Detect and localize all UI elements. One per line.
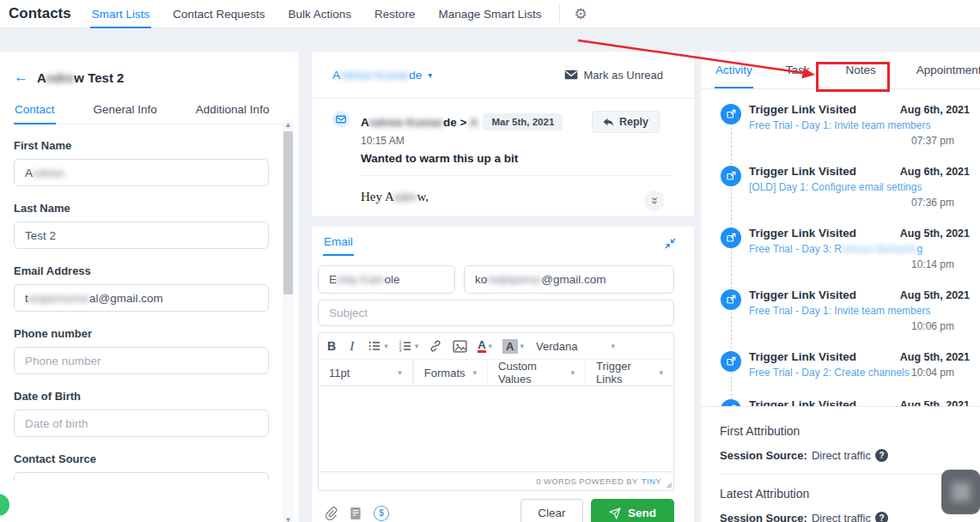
email-field[interactable]: testpersonreal@gmail.com (14, 284, 269, 312)
scroll-up-arrow[interactable]: ▲ (283, 120, 294, 130)
left-panel-scrollbar[interactable]: ▲ ▼ (283, 120, 294, 522)
payment-request-icon[interactable]: $ (374, 506, 389, 521)
activity-time: 07:37 pm (749, 135, 971, 147)
tab-activity[interactable]: Activity (715, 52, 753, 88)
activity-date: Aug 6th, 2021 (900, 104, 971, 116)
insert-link-button[interactable] (429, 339, 442, 353)
contact-detail-panel: ← Andrew Test 2 Contact General Info Add… (0, 52, 299, 522)
chevron-down-icon: ▾ (398, 368, 402, 377)
reply-button[interactable]: Reply (592, 111, 660, 133)
attach-file-icon[interactable] (325, 507, 338, 520)
tab-additional-info[interactable]: Additional Info (195, 98, 271, 124)
activity-item: Trigger Link VisitedAug 5th, 2021 Free T… (701, 350, 980, 398)
send-button[interactable]: Send (591, 499, 674, 522)
collapse-compose-icon[interactable] (664, 237, 677, 250)
trigger-link-icon (721, 104, 741, 124)
activity-list: Trigger Link VisitedAug 6th, 2021 Free T… (701, 89, 980, 407)
chevron-down-icon[interactable]: ▾ (415, 342, 419, 350)
dob-field[interactable] (14, 410, 269, 437)
mark-as-unread-button[interactable]: Mark as Unread (564, 69, 663, 82)
activity-date: Aug 5th, 2021 (900, 289, 971, 301)
email-template-icon[interactable] (350, 507, 362, 520)
custom-values-dropdown[interactable]: Custom Values▾ (488, 360, 586, 385)
font-size-dropdown[interactable]: 11pt▾ (319, 360, 413, 385)
session-source-value: Direct traffic (812, 449, 871, 462)
phone-label: Phone number (14, 327, 270, 340)
activity-time: 10:04 pm (911, 367, 971, 379)
back-arrow-icon[interactable]: ← (14, 69, 28, 86)
help-icon[interactable]: ? (875, 449, 888, 462)
chevron-down-icon[interactable]: ▾ (520, 342, 525, 350)
from-name-field[interactable]: Emily Kamole (318, 265, 455, 294)
italic-button[interactable]: I (350, 339, 354, 354)
collapse-thread-button[interactable] (644, 191, 665, 211)
formats-dropdown[interactable]: Formats▾ (413, 360, 488, 385)
rich-text-editor: B I ▾ 123 ▾ A▾ A▾ Verda (318, 332, 674, 491)
phone-field[interactable] (14, 347, 269, 374)
font-family-dropdown[interactable]: Verdana▾ (536, 340, 615, 353)
contact-selector-dropdown[interactable]: Andrew Kumarde ▾ (332, 69, 432, 82)
chevron-down-icon[interactable]: ▾ (489, 342, 493, 350)
tab-bulk-actions[interactable]: Bulk Actions (287, 0, 354, 27)
email-message-item[interactable]: Andrew Kumarde > A Mar 5th, 2021 Reply 1… (312, 99, 694, 165)
chevron-down-icon: ▾ (659, 368, 663, 377)
tab-notes[interactable]: Notes (845, 52, 877, 88)
from-email-field[interactable]: kontaktperso@gmail.com (464, 265, 674, 294)
first-attribution-heading: First Attribution (720, 424, 980, 438)
clear-button[interactable]: Clear (520, 499, 583, 522)
word-count: 0 WORDS POWERED BY (536, 476, 638, 486)
editor-content-area[interactable] (319, 386, 673, 471)
trigger-link[interactable]: Free Trial - Day 1: Invite team members (749, 119, 971, 131)
gear-icon[interactable]: ⚙ (574, 7, 587, 21)
contact-source-field[interactable] (14, 472, 269, 480)
tab-contact[interactable]: Contact (14, 98, 56, 124)
trigger-link[interactable]: Free Trial - Day 3: Remove distracting (749, 243, 971, 255)
bold-button[interactable]: B (327, 339, 336, 353)
activity-item: Trigger Link VisitedAug 5th, 2021 Free T… (701, 288, 980, 350)
conversation-panel: Andrew Kumarde ▾ Mark as Unread Andrew K… (312, 52, 694, 216)
chevron-down-icon: ▾ (612, 342, 616, 350)
scrollbar-thumb[interactable] (283, 131, 293, 294)
chevron-down-icon[interactable]: ▾ (384, 342, 388, 350)
background-color-button[interactable]: A (502, 339, 517, 354)
tab-general-info[interactable]: General Info (93, 98, 158, 124)
activity-title: Trigger Link Visited (749, 227, 856, 240)
activity-date: Aug 6th, 2021 (900, 166, 971, 178)
tab-email-compose[interactable]: Email (323, 234, 354, 256)
tab-manage-smart-lists[interactable]: Manage Smart Lists (436, 0, 543, 27)
numbered-list-button[interactable]: 123 (399, 339, 412, 353)
trigger-link[interactable]: [OLD] Day 1: Configure email settings (749, 181, 971, 193)
compose-panel: Email Emily Kamole kontaktperso@gmail.co… (312, 227, 694, 522)
last-name-label: Last Name (14, 202, 270, 215)
trigger-link[interactable]: Free Trial - Day 1: Invite team members (749, 305, 971, 317)
tab-restore[interactable]: Restore (373, 0, 417, 27)
dob-label: Date of Birth (14, 390, 270, 403)
scroll-down-arrow[interactable]: ▼ (283, 515, 294, 522)
trigger-link-icon (721, 289, 741, 310)
tab-contact-requests[interactable]: Contact Requests (171, 0, 266, 27)
trigger-link[interactable]: Free Trial - Day 2: Create channels (749, 367, 910, 379)
subject-field[interactable] (318, 300, 674, 326)
message-sender: Andrew Kumarde > A (361, 116, 478, 129)
resize-grip-icon[interactable]: ◢ (666, 481, 672, 489)
editor-footer: 0 WORDS POWERED BY TINY ◢ (319, 471, 673, 490)
tab-task[interactable]: Task (785, 52, 811, 88)
activity-item: Trigger Link VisitedAug 6th, 2021 Free T… (701, 103, 980, 165)
reply-arrow-icon (603, 118, 614, 127)
tiny-brand-link[interactable]: TINY (642, 476, 661, 486)
last-name-field[interactable] (14, 222, 269, 249)
activity-item: Trigger Link VisitedAug 5th, 2021 Free T… (701, 227, 980, 288)
first-name-field[interactable]: Andrew (14, 159, 269, 186)
svg-text:3: 3 (399, 349, 401, 353)
tab-smart-lists[interactable]: Smart Lists (90, 0, 152, 27)
trigger-links-dropdown[interactable]: Trigger Links▾ (586, 360, 673, 385)
tab-appointment[interactable]: Appointment (916, 52, 980, 88)
activity-title: Trigger Link Visited (749, 103, 856, 116)
page-title: Contacts (9, 5, 71, 22)
feedback-widget-button[interactable] (941, 470, 980, 514)
text-color-button[interactable]: A (478, 339, 485, 353)
bullet-list-button[interactable] (368, 339, 381, 353)
message-date-badge: Mar 5th, 2021 (483, 113, 563, 130)
help-icon[interactable]: ? (875, 512, 888, 522)
insert-image-button[interactable] (453, 340, 467, 353)
